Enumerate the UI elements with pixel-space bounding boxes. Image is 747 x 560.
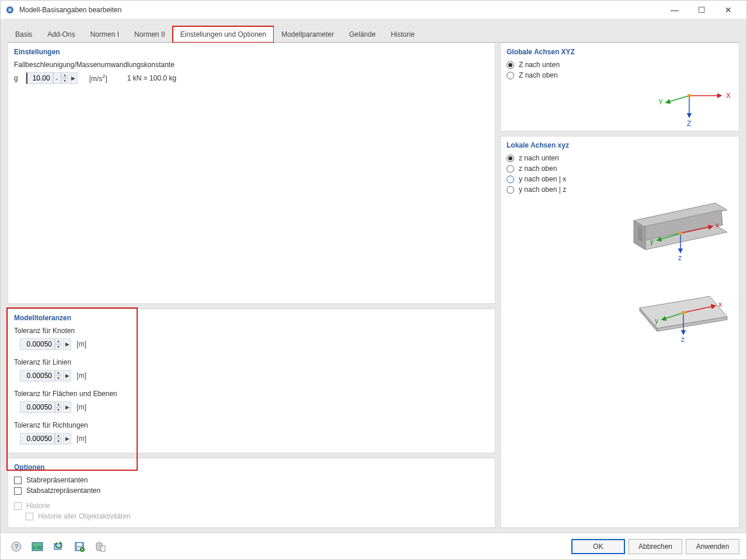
save-button[interactable]: [71, 539, 88, 554]
tolerances-panel: Modelltoleranzen Toleranz für Knoten ▴▾ …: [8, 309, 495, 453]
svg-text:Z: Z: [687, 120, 691, 128]
options-title: Optionen: [14, 463, 489, 471]
tol-nodes-label: Toleranz für Knoten: [14, 327, 489, 335]
g-play[interactable]: ▶: [69, 72, 78, 84]
tol-nodes-down[interactable]: ▾: [55, 344, 62, 350]
close-button[interactable]: ✕: [715, 1, 742, 19]
radio-icon: [507, 186, 514, 194]
radio-icon: [507, 155, 514, 162]
local-z-up-label: z nach oben: [519, 164, 557, 173]
app-icon: [5, 5, 15, 15]
g-unit: [m/s2]: [89, 74, 107, 83]
svg-text:x: x: [718, 300, 722, 309]
tol-surfaces-down[interactable]: ▾: [55, 407, 62, 413]
checkbox-icon: [26, 513, 33, 520]
option-stabsatzrep[interactable]: Stabsatzrepräsentanten: [14, 487, 489, 495]
local-axes-title: Lokale Achsen xyz: [507, 141, 733, 149]
tol-dirs-up[interactable]: ▴: [55, 433, 62, 439]
local-z-up[interactable]: z nach oben: [507, 164, 733, 173]
svg-text:0.00: 0.00: [33, 545, 42, 550]
database-button[interactable]: [92, 539, 109, 554]
tol-dirs-unit: [m]: [76, 435, 86, 443]
svg-text:z: z: [681, 335, 685, 344]
svg-point-1: [8, 8, 12, 12]
tolerances-title: Modelltoleranzen: [14, 314, 489, 322]
local-y-up-x[interactable]: y nach oben | x: [507, 175, 733, 183]
ok-button[interactable]: OK: [571, 539, 625, 554]
svg-text:x: x: [715, 221, 719, 229]
g-note: 1 kN = 100.0 kg: [127, 74, 176, 82]
tab-gelaende[interactable]: Gelände: [341, 26, 383, 42]
svg-text:z: z: [678, 254, 682, 261]
tol-nodes-play[interactable]: ▶: [63, 338, 71, 350]
option-stabrep-label: Stabrepräsentanten: [26, 476, 88, 484]
svg-point-30: [682, 311, 685, 314]
tab-basis[interactable]: Basis: [8, 26, 40, 42]
tol-lines-input[interactable]: [20, 370, 55, 382]
help-button[interactable]: ?: [8, 539, 25, 554]
global-z-up[interactable]: Z nach oben: [507, 71, 733, 79]
svg-text:?: ?: [15, 543, 18, 550]
tol-dirs-input[interactable]: [20, 433, 55, 444]
local-y-up-z[interactable]: y nach oben | z: [507, 186, 733, 194]
maximize-button[interactable]: ☐: [688, 1, 715, 19]
local-z-down[interactable]: z nach unten: [507, 154, 733, 162]
local-y-up-z-label: y nach oben | z: [519, 186, 566, 194]
tol-surfaces-input[interactable]: [20, 401, 55, 413]
tab-historie[interactable]: Historie: [383, 26, 423, 42]
tol-surfaces-play[interactable]: ▶: [63, 401, 71, 413]
svg-marker-13: [638, 226, 642, 242]
surface-diagram: x y z: [507, 285, 733, 349]
refresh-button[interactable]: [50, 539, 67, 554]
radio-icon: [507, 72, 514, 79]
options-panel: Optionen Stabrepräsentanten Stabsatzrepr…: [8, 458, 495, 528]
tol-surfaces-up[interactable]: ▴: [55, 401, 62, 407]
option-historie-all-label: Historie aller Objektaktivitäten: [38, 512, 131, 520]
tol-dirs-play[interactable]: ▶: [63, 433, 71, 444]
g-spin-up[interactable]: ▴: [61, 72, 68, 78]
checkbox-icon: [14, 477, 22, 484]
footer: ? 0.00 OK Abbrechen Anwenden: [1, 533, 746, 559]
svg-text:y: y: [655, 317, 658, 325]
tol-lines-up[interactable]: ▴: [55, 370, 62, 376]
option-historie-label: Historie: [26, 502, 50, 510]
tol-nodes-input[interactable]: [20, 338, 55, 350]
svg-text:y: y: [650, 237, 654, 246]
tol-lines-unit: [m]: [76, 372, 86, 380]
tab-einstellungen[interactable]: Einstellungen und Optionen: [173, 26, 274, 43]
tol-surfaces-unit: [m]: [76, 403, 86, 411]
tab-addons[interactable]: Add-Ons: [40, 26, 82, 42]
global-z-down-label: Z nach unten: [519, 61, 560, 69]
svg-rect-41: [101, 546, 105, 551]
svg-point-20: [679, 232, 682, 235]
radio-icon: [507, 165, 514, 173]
local-axes-panel: Lokale Achsen xyz z nach unten z nach ob…: [500, 136, 739, 528]
global-z-down[interactable]: Z nach unten: [507, 61, 733, 69]
settings-panel: Einstellungen Fallbeschleunigung/Massenu…: [8, 43, 495, 304]
option-stabsatzrep-label: Stabsatzrepräsentanten: [26, 487, 100, 495]
g-spin-down[interactable]: ▾: [61, 78, 68, 84]
tab-normen-ii[interactable]: Normen II: [127, 26, 173, 42]
minimize-button[interactable]: —: [661, 1, 688, 19]
units-button[interactable]: 0.00: [29, 539, 46, 554]
svg-rect-37: [77, 543, 82, 546]
tol-lines-play[interactable]: ▶: [63, 370, 71, 382]
option-stabrep[interactable]: Stabrepräsentanten: [14, 476, 489, 484]
global-axes-title: Globale Achsen XYZ: [507, 48, 733, 56]
global-axes-panel: Globale Achsen XYZ Z nach unten Z nach o…: [500, 43, 739, 131]
tab-modellparameter[interactable]: Modellparameter: [274, 26, 341, 42]
radio-icon: [507, 176, 514, 183]
tab-normen-i[interactable]: Normen I: [83, 26, 127, 42]
g-dropdown[interactable]: ⌄: [53, 72, 61, 84]
tol-nodes-up[interactable]: ▴: [55, 338, 62, 344]
cancel-button[interactable]: Abbrechen: [629, 539, 682, 554]
option-historie-all: Historie aller Objektaktivitäten: [26, 512, 489, 520]
tol-surfaces-label: Toleranz für Flächen und Ebenen: [14, 390, 489, 398]
tol-lines-down[interactable]: ▾: [55, 376, 62, 382]
window-title: Modell-Basisangaben bearbeiten: [19, 6, 661, 14]
option-historie: Historie: [14, 502, 489, 510]
apply-button[interactable]: Anwenden: [686, 539, 739, 554]
tol-dirs-down[interactable]: ▾: [55, 439, 62, 444]
settings-title: Einstellungen: [14, 48, 489, 56]
g-input[interactable]: [26, 72, 53, 84]
